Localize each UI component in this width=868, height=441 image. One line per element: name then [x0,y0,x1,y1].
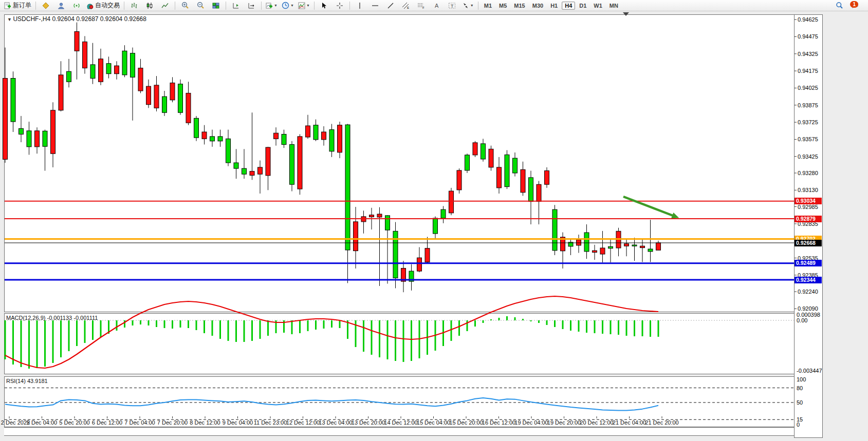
candle-body [433,218,438,234]
candle-body [282,134,286,144]
candle-body [194,118,199,138]
price-tick-0.92985: 0.92985 [798,204,818,210]
bar-chart-mode-button[interactable] [127,0,141,11]
auto-arrange-icon [232,2,239,9]
toolbar-separator [261,2,262,10]
candle-body [648,249,653,252]
timeframe-m30[interactable]: M30 [529,2,546,10]
time-label-13: 15 Dec 04:00 [417,419,450,426]
price-tick-0.93725: 0.93725 [798,119,818,125]
profile-button[interactable] [54,0,68,11]
zoom-in-icon [181,2,189,9]
indicators-icon [298,2,305,9]
candle-body [345,125,350,250]
tile-windows-button[interactable] [209,0,223,11]
time-label-18: 20 Dec 12:00 [580,419,613,426]
timeframe-h1[interactable]: H1 [547,2,561,10]
metaeditor-icon [42,2,49,9]
candle-body [640,246,645,247]
cursor-tool-button[interactable] [317,0,331,11]
autotrading-label: 自动交易 [95,1,120,10]
candle-body [162,97,167,112]
trendline-tool-button[interactable] [383,0,398,11]
time-label-15: 16 Dec 12:00 [482,419,515,426]
timeframe-m1[interactable]: M1 [481,2,495,10]
time-label-17: 19 Dec 20:00 [547,419,581,426]
zoom-out-button[interactable] [193,0,208,11]
timeframe-d1[interactable]: D1 [576,2,589,10]
projection-arrow-line[interactable] [623,197,674,216]
candle-body [75,31,79,51]
autotrading-button[interactable]: 自动交易 [85,0,121,11]
auto-arrange-button[interactable] [229,0,243,11]
candle-body [457,170,461,190]
zoom-out-icon [197,2,205,9]
indicators-button[interactable]: ▼ [297,0,311,11]
text-label-tool-button[interactable]: T [445,0,459,11]
line-chart-mode-button[interactable] [158,0,172,11]
chart-canvas[interactable] [0,11,868,441]
candle-body [202,132,207,139]
cursor-arrow-icon [321,2,327,9]
price-tick-0.93280: 0.93280 [798,170,818,176]
candlestick-mode-button[interactable] [142,0,157,11]
candle-body [370,215,374,217]
projection-arrow-head[interactable] [671,213,679,218]
rsi-axis-80: 80 [797,385,803,391]
notification-badge: 1 [850,1,858,8]
dropdown-caret: ▼ [470,4,474,7]
vertical-line-tool-button[interactable] [353,0,367,11]
chart-shift-button[interactable] [244,0,258,11]
new-order-button[interactable]: 新订单 [3,0,33,11]
timeframe-w1[interactable]: W1 [590,2,605,10]
line-chart-icon [161,2,169,9]
candle-body [529,178,533,202]
timeframe-h4[interactable]: H4 [562,2,575,10]
candle-body [99,59,103,82]
chart-symbol-timeframe: USDCHF-,H4 [13,15,50,23]
horizontal-line-icon [372,3,379,9]
quick-trade-collapse-icon[interactable]: ▼ [7,17,13,22]
time-label-0: 2 Dec 2022 [1,419,30,426]
profiles-button[interactable]: ▼ [280,0,296,11]
timeframe-mn[interactable]: MN [606,2,621,10]
svg-text:E: E [407,6,409,9]
timeframe-m15[interactable]: M15 [511,2,528,10]
text-tool-button[interactable]: A [430,0,444,11]
time-label-7: 9 Dec 04:00 [223,419,253,426]
metaeditor-button[interactable] [39,0,53,11]
text-label-icon: T [448,2,456,9]
new-order-label: 新订单 [13,1,31,10]
horizontal-line-tool-button[interactable] [368,0,382,11]
candle-body [584,233,589,252]
candle-body [385,216,390,230]
rsi-axis-50: 50 [797,399,803,406]
candle-body [242,168,247,174]
notifications-button[interactable]: 1 [847,0,862,11]
candle-body [377,214,382,217]
candle-body [322,132,326,140]
time-label-2: 5 Dec 20:00 [59,419,89,426]
price-tick-0.94025: 0.94025 [798,85,818,91]
time-label-8: 11 Dec 23:00 [254,419,287,426]
zoom-in-button[interactable] [178,0,192,11]
toolbar-separator [478,2,478,10]
price-tick-0.92090: 0.92090 [798,305,818,312]
arrows-tool-button[interactable]: ▼ [460,0,475,11]
chart-shift-marker[interactable] [623,12,629,16]
channel-tool-button[interactable]: E [399,0,413,11]
candle-body [298,137,302,189]
profile-icon [58,2,65,9]
price-tick-0.94625: 0.94625 [798,16,818,23]
candle-body [608,246,613,248]
new-chart-button[interactable]: ▼ [264,0,279,11]
price-tick-0.93130: 0.93130 [798,187,818,193]
timeframe-m5[interactable]: M5 [496,2,510,10]
signals-button[interactable] [69,0,84,11]
fibonacci-icon: F [417,2,425,9]
candle-body [481,144,486,159]
crosshair-tool-button[interactable] [333,0,347,11]
fibonacci-tool-button[interactable]: F [414,0,429,11]
search-button[interactable] [832,0,846,11]
rsi-value: 43.9181 [27,378,48,384]
